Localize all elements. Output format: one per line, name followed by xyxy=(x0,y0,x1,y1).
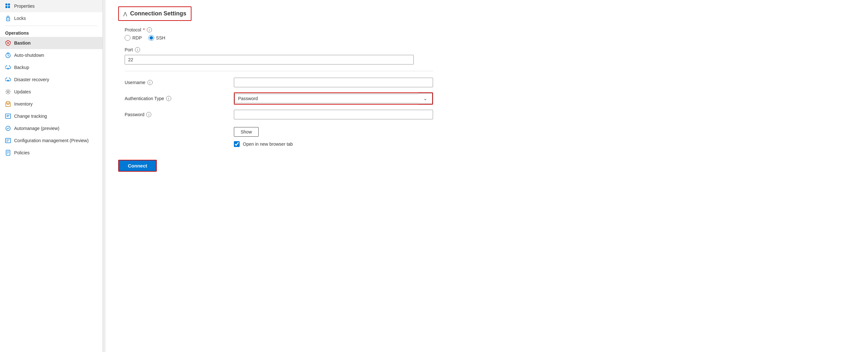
connection-settings-title: Connection Settings xyxy=(130,10,186,17)
ssh-radio-option[interactable]: SSH xyxy=(148,35,165,41)
port-input[interactable] xyxy=(125,55,414,65)
sidebar-item-properties[interactable]: Properties xyxy=(0,0,102,12)
password-label: Password i xyxy=(125,112,234,117)
sidebar-item-label: Bastion xyxy=(14,40,31,45)
box-icon xyxy=(5,101,11,107)
auth-type-input-wrapper: Password ⌄ xyxy=(234,93,433,105)
svg-rect-0 xyxy=(5,3,7,5)
sidebar-item-label: Properties xyxy=(14,3,35,9)
sidebar-item-auto-shutdown[interactable]: Auto-shutdown xyxy=(0,49,102,61)
port-field-row: Port i xyxy=(125,47,855,65)
form-section: Protocol * i RDP SSH Port i xyxy=(118,27,855,147)
username-label: Username i xyxy=(125,80,234,85)
bastion-icon xyxy=(5,40,11,46)
show-password-button[interactable]: Show xyxy=(234,127,258,137)
disaster-recovery-icon xyxy=(5,77,11,82)
sidebar-item-label: Locks xyxy=(14,16,26,21)
gear-icon xyxy=(5,89,11,95)
protocol-info-icon[interactable]: i xyxy=(147,27,152,32)
sidebar-item-label: Updates xyxy=(14,89,31,94)
svg-rect-3 xyxy=(8,6,10,8)
auth-type-field-row: Authentication Type i Password ⌄ xyxy=(125,93,433,105)
sidebar-item-label: Change tracking xyxy=(14,114,47,119)
sidebar-item-locks[interactable]: Locks xyxy=(0,12,102,24)
protocol-radio-group: RDP SSH xyxy=(125,35,855,41)
sidebar-item-label: Configuration management (Preview) xyxy=(14,138,89,143)
sidebar-item-inventory[interactable]: Inventory xyxy=(0,98,102,110)
protocol-field-row: Protocol * i RDP SSH xyxy=(125,27,855,41)
resize-handle[interactable] xyxy=(103,0,105,352)
svg-rect-1 xyxy=(8,3,10,5)
sidebar-item-label: Auto-shutdown xyxy=(14,52,44,58)
tracking-icon xyxy=(5,113,11,119)
sidebar-item-change-tracking[interactable]: Change tracking xyxy=(0,110,102,122)
grid-icon xyxy=(5,3,11,9)
svg-point-7 xyxy=(7,91,9,93)
connect-button-wrapper: Connect xyxy=(118,160,855,172)
svg-rect-12 xyxy=(6,150,10,155)
connect-button[interactable]: Connect xyxy=(118,160,157,172)
main-content: ⋀ Connection Settings Protocol * i RDP S… xyxy=(105,0,868,352)
password-field-row: Password i xyxy=(125,110,433,119)
sidebar-item-label: Policies xyxy=(14,150,30,155)
rdp-radio-option[interactable]: RDP xyxy=(125,35,142,41)
lock-icon xyxy=(5,15,11,21)
username-field-row: Username i xyxy=(125,78,433,87)
sidebar-item-label: Automanage (preview) xyxy=(14,126,59,131)
show-button-wrapper: Show xyxy=(125,125,855,137)
sidebar-item-bastion[interactable]: Bastion xyxy=(0,37,102,49)
auth-type-info-icon[interactable]: i xyxy=(166,96,171,101)
sidebar-item-policies[interactable]: Policies xyxy=(0,147,102,159)
open-new-tab-row: Open in new browser tab xyxy=(234,141,542,147)
automanage-icon xyxy=(5,126,11,131)
config-icon xyxy=(5,138,11,143)
sidebar-item-label: Backup xyxy=(14,65,29,70)
sidebar-item-updates[interactable]: Updates xyxy=(0,86,102,98)
rdp-label: RDP xyxy=(132,35,142,40)
policy-icon xyxy=(5,150,11,155)
connection-settings-header[interactable]: ⋀ Connection Settings xyxy=(118,6,191,21)
sidebar-item-disaster-recovery[interactable]: Disaster recovery xyxy=(0,73,102,86)
sidebar-item-backup[interactable]: Backup xyxy=(0,61,102,73)
sidebar-item-automanage[interactable]: Automanage (preview) xyxy=(0,122,102,135)
ssh-label: SSH xyxy=(156,35,165,40)
sidebar-divider xyxy=(5,26,97,26)
svg-rect-2 xyxy=(5,6,7,8)
svg-point-5 xyxy=(8,19,9,20)
auth-type-value[interactable]: Password xyxy=(235,94,418,103)
protocol-label: Protocol * i xyxy=(125,27,855,32)
ssh-radio-input[interactable] xyxy=(148,35,154,41)
cloud-backup-icon xyxy=(5,65,11,70)
sidebar-item-config-management[interactable]: Configuration management (Preview) xyxy=(0,135,102,147)
username-input-wrapper xyxy=(234,78,433,87)
port-label: Port i xyxy=(125,47,855,52)
password-input[interactable] xyxy=(234,110,433,119)
section-divider xyxy=(125,71,433,71)
sidebar-item-label: Inventory xyxy=(14,101,33,107)
auth-type-dropdown[interactable]: Password ⌄ xyxy=(234,93,433,105)
svg-rect-9 xyxy=(5,114,10,118)
auth-type-label: Authentication Type i xyxy=(125,96,234,101)
port-info-icon[interactable]: i xyxy=(135,47,140,52)
username-info-icon[interactable]: i xyxy=(148,80,153,85)
open-new-tab-checkbox[interactable] xyxy=(234,141,240,147)
rdp-radio-input[interactable] xyxy=(125,35,130,41)
username-input[interactable] xyxy=(234,78,433,87)
chevron-up-icon: ⋀ xyxy=(123,11,127,16)
required-marker: * xyxy=(143,27,145,32)
sidebar: Properties Locks Operations Bastion xyxy=(0,0,103,352)
open-new-tab-label[interactable]: Open in new browser tab xyxy=(243,141,293,147)
clock-icon xyxy=(5,52,11,58)
auth-type-chevron-icon[interactable]: ⌄ xyxy=(418,93,432,104)
password-info-icon[interactable]: i xyxy=(146,112,151,117)
password-input-wrapper xyxy=(234,110,433,119)
sidebar-item-label: Disaster recovery xyxy=(14,77,49,82)
operations-section-header: Operations xyxy=(0,27,102,37)
